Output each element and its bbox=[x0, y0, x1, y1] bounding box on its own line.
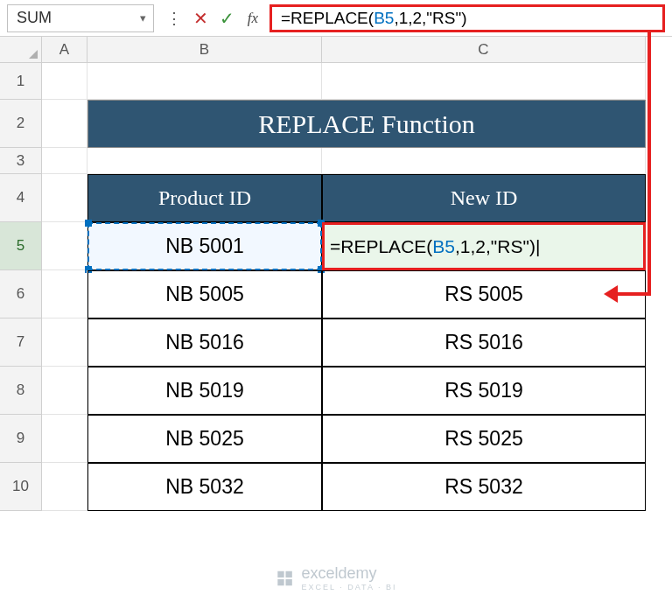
row: 9 NB 5025 RS 5025 bbox=[0, 415, 672, 463]
cell[interactable] bbox=[322, 63, 646, 100]
cell[interactable] bbox=[42, 174, 88, 222]
cell[interactable] bbox=[42, 148, 88, 174]
cell[interactable]: RS 5019 bbox=[322, 367, 646, 415]
row: 3 bbox=[0, 148, 672, 174]
row-header[interactable]: 5 bbox=[0, 222, 42, 270]
formula-input[interactable]: =REPLACE(B5,1,2,"RS") bbox=[270, 4, 665, 32]
row: 6 NB 5005 RS 5005 bbox=[0, 270, 672, 318]
row-header[interactable]: 8 bbox=[0, 367, 42, 415]
chevron-down-icon[interactable]: ▾ bbox=[140, 11, 146, 24]
row: 1 bbox=[0, 63, 672, 100]
selection-handle-icon[interactable] bbox=[85, 220, 92, 227]
cell[interactable]: RS 5016 bbox=[322, 318, 646, 367]
name-box[interactable]: SUM ▾ bbox=[7, 4, 154, 32]
formula-prefix: =REPLACE( bbox=[281, 9, 374, 28]
name-box-value: SUM bbox=[17, 9, 52, 27]
row: 8 NB 5019 RS 5019 bbox=[0, 367, 672, 415]
cell[interactable] bbox=[88, 148, 322, 174]
cell[interactable]: RS 5025 bbox=[322, 415, 646, 463]
row: 2 REPLACE Function bbox=[0, 100, 672, 148]
row-header[interactable]: 10 bbox=[0, 463, 42, 511]
col-header-A[interactable]: A bbox=[42, 37, 88, 63]
row: 5 NB 5001 =REPLACE(B5,1,2,"RS")| bbox=[0, 222, 672, 270]
cell[interactable] bbox=[42, 463, 88, 511]
row-header[interactable]: 7 bbox=[0, 318, 42, 367]
cell[interactable] bbox=[322, 148, 646, 174]
logo-icon bbox=[276, 569, 295, 588]
cell[interactable]: NB 5016 bbox=[88, 318, 322, 367]
row: 10 NB 5032 RS 5032 bbox=[0, 463, 672, 511]
text-cursor-icon: | bbox=[536, 236, 540, 257]
col-header-C[interactable]: C bbox=[322, 37, 646, 63]
cell[interactable] bbox=[42, 270, 88, 318]
row: 4 Product ID New ID bbox=[0, 174, 672, 222]
cell[interactable] bbox=[42, 222, 88, 270]
cell[interactable] bbox=[42, 367, 88, 415]
select-all-corner[interactable] bbox=[0, 37, 42, 63]
row-header[interactable]: 6 bbox=[0, 270, 42, 318]
cell[interactable]: NB 5032 bbox=[88, 463, 322, 511]
table-header-new-id[interactable]: New ID bbox=[322, 174, 646, 222]
cell-B5[interactable]: NB 5001 bbox=[88, 222, 322, 270]
dots-icon[interactable]: ⋮ bbox=[161, 4, 187, 32]
row-header[interactable]: 1 bbox=[0, 63, 42, 100]
arrow-icon bbox=[648, 32, 651, 296]
cell-C5-editing[interactable]: =REPLACE(B5,1,2,"RS")| bbox=[322, 222, 646, 270]
row-header[interactable]: 2 bbox=[0, 100, 42, 148]
formula-ref: B5 bbox=[374, 9, 394, 28]
cell[interactable]: NB 5005 bbox=[88, 270, 322, 318]
formula-bar: SUM ▾ ⋮ ✕ ✓ fx =REPLACE(B5,1,2,"RS") bbox=[0, 0, 672, 37]
table-header-product-id[interactable]: Product ID bbox=[88, 174, 322, 222]
col-header-B[interactable]: B bbox=[88, 37, 322, 63]
page-title[interactable]: REPLACE Function bbox=[88, 100, 646, 148]
cell[interactable] bbox=[42, 63, 88, 100]
row-header[interactable]: 3 bbox=[0, 148, 42, 174]
cell[interactable] bbox=[42, 415, 88, 463]
spreadsheet-grid: A B C 1 2 REPLACE Function 3 4 Product bbox=[0, 37, 672, 511]
cell[interactable] bbox=[42, 100, 88, 148]
editing-prefix: =REPLACE( bbox=[330, 236, 432, 257]
cell[interactable] bbox=[88, 63, 322, 100]
cell[interactable]: NB 5019 bbox=[88, 367, 322, 415]
formula-suffix: ,1,2,"RS") bbox=[394, 9, 466, 28]
column-headers: A B C bbox=[0, 37, 672, 63]
cell-value: NB 5001 bbox=[165, 234, 244, 258]
row-header[interactable]: 4 bbox=[0, 174, 42, 222]
watermark: exceldemy EXCEL · DATA · BI bbox=[276, 564, 397, 592]
cancel-icon[interactable]: ✕ bbox=[187, 4, 214, 32]
enter-icon[interactable]: ✓ bbox=[214, 4, 240, 32]
editing-suffix: ,1,2,"RS") bbox=[455, 236, 536, 257]
watermark-tagline: EXCEL · DATA · BI bbox=[302, 583, 397, 592]
cell[interactable] bbox=[42, 318, 88, 367]
editing-ref: B5 bbox=[432, 236, 455, 257]
cell[interactable]: NB 5025 bbox=[88, 415, 322, 463]
cell[interactable]: RS 5032 bbox=[322, 463, 646, 511]
row-header[interactable]: 9 bbox=[0, 415, 42, 463]
row: 7 NB 5016 RS 5016 bbox=[0, 318, 672, 367]
cell[interactable]: RS 5005 bbox=[322, 270, 646, 318]
watermark-brand: exceldemy bbox=[302, 564, 377, 582]
arrow-head-icon bbox=[604, 285, 618, 303]
watermark-text: exceldemy EXCEL · DATA · BI bbox=[302, 564, 397, 592]
fx-icon[interactable]: fx bbox=[240, 4, 266, 32]
